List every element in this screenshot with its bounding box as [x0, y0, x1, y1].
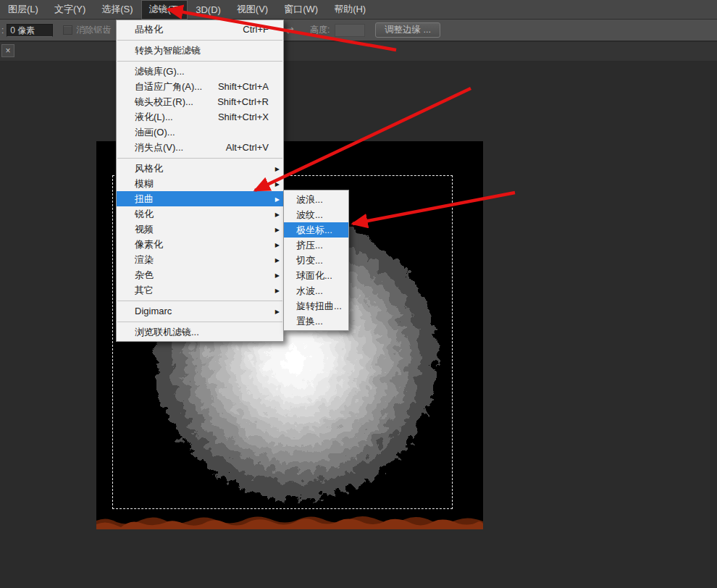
filter-menu-item-12[interactable]: 风格化▶ [117, 161, 283, 176]
filter-menu-item-17[interactable]: 像素化▶ [117, 237, 283, 252]
menu-item-shortcut: Shift+Ctrl+R [217, 96, 277, 107]
submenu-arrow-icon: ▶ [275, 287, 280, 293]
filter-menu-item-13[interactable]: 模糊▶ [117, 176, 283, 191]
menu-item-label: 浏览联机滤镜... [135, 326, 199, 339]
menu-item-label: 风格化 [135, 162, 163, 175]
menubar-item-7[interactable]: 窗口(W) [276, 0, 326, 20]
menu-item-label: 锐化 [135, 208, 154, 221]
feather-value-field[interactable]: 0 像素 [7, 24, 53, 37]
feather-label: : [1, 25, 4, 35]
submenu-arrow-icon: ▶ [275, 165, 280, 172]
menu-item-label: 杂色 [135, 269, 154, 282]
menu-item-label: 渲染 [135, 253, 154, 266]
filter-menu-item-5[interactable]: 滤镜库(G)... [117, 64, 283, 79]
menu-item-label: 置换... [296, 315, 323, 328]
height-label: 高度: [310, 24, 330, 36]
height-input[interactable] [335, 24, 365, 37]
menu-item-label: 转换为智能滤镜 [135, 44, 201, 57]
menubar: 图层(L)文字(Y)选择(S)滤镜(T)3D(D)视图(V)窗口(W)帮助(H) [0, 0, 717, 20]
filter-menu-item-15[interactable]: 锐化▶ [117, 206, 283, 222]
distort-submenu-item-6[interactable]: 球面化... [284, 268, 348, 283]
filter-menu: 晶格化Ctrl+F转换为智能滤镜滤镜库(G)...自适应广角(A)...Shif… [116, 20, 284, 342]
menubar-item-4[interactable]: 滤镜(T) [141, 0, 188, 20]
menu-separator [117, 37, 283, 43]
menu-item-label: 液化(L)... [135, 111, 173, 124]
menu-item-label: Digimarc [135, 306, 172, 316]
submenu-arrow-icon: ▶ [275, 180, 280, 187]
distort-submenu-item-9[interactable]: 置换... [284, 314, 348, 329]
filter-menu-item-10[interactable]: 消失点(V)...Alt+Ctrl+V [117, 140, 283, 155]
menu-item-shortcut: Shift+Ctrl+X [218, 112, 277, 122]
distort-submenu-item-8[interactable]: 旋转扭曲... [284, 298, 348, 314]
menu-separator [117, 155, 283, 161]
menu-item-label: 挤压... [296, 239, 323, 252]
menu-item-label: 波纹... [296, 209, 323, 222]
distort-submenu-item-4[interactable]: 挤压... [284, 238, 348, 253]
filter-menu-item-6[interactable]: 自适应广角(A)...Shift+Ctrl+A [117, 79, 283, 94]
filter-menu-item-18[interactable]: 渲染▶ [117, 252, 283, 267]
menu-item-label: 波浪... [296, 193, 323, 206]
submenu-arrow-icon: ▶ [275, 256, 280, 263]
menubar-item-1[interactable]: 图层(L) [0, 0, 46, 20]
menubar-item-3[interactable]: 选择(S) [93, 0, 141, 20]
document-tab-strip: × [0, 42, 717, 62]
menubar-item-8[interactable]: 帮助(H) [326, 0, 374, 20]
submenu-arrow-icon: ▶ [275, 272, 280, 278]
filter-menu-item-22[interactable]: Digimarc▶ [117, 303, 283, 319]
distort-submenu-item-1[interactable]: 波浪... [284, 192, 348, 207]
refine-edge-button[interactable]: 调整边缘 ... [375, 22, 440, 38]
menu-item-label: 镜头校正(R)... [135, 96, 193, 109]
menu-item-label: 视频 [135, 223, 154, 236]
submenu-arrow-icon: ▶ [275, 308, 280, 314]
filter-menu-item-9[interactable]: 油画(O)... [117, 125, 283, 140]
filter-menu-item-1[interactable]: 晶格化Ctrl+F [117, 22, 283, 37]
distort-submenu-item-3[interactable]: 极坐标... [284, 222, 348, 238]
options-bar: : 0 像素 消除锯齿 ⇄ 高度: 调整边缘 ... [0, 20, 717, 41]
menu-item-label: 旋转扭曲... [296, 300, 342, 313]
menubar-item-5[interactable]: 3D(D) [188, 0, 229, 20]
filter-menu-item-19[interactable]: 杂色▶ [117, 267, 283, 282]
filter-menu-item-14[interactable]: 扭曲▶ [117, 191, 283, 206]
menubar-item-6[interactable]: 视图(V) [229, 0, 276, 20]
menu-item-label: 球面化... [296, 269, 332, 282]
filter-menu-item-8[interactable]: 液化(L)...Shift+Ctrl+X [117, 109, 283, 125]
submenu-arrow-icon: ▶ [275, 196, 280, 202]
menu-item-label: 油画(O)... [135, 126, 175, 139]
menu-item-label: 水波... [296, 285, 323, 298]
submenu-arrow-icon: ▶ [275, 211, 280, 217]
antialias-label: 消除锯齿 [76, 24, 111, 36]
menu-item-shortcut: Shift+Ctrl+A [218, 81, 277, 92]
menu-item-label: 切变... [296, 254, 323, 267]
photoshop-window: 图层(L)文字(Y)选择(S)滤镜(T)3D(D)视图(V)窗口(W)帮助(H)… [0, 0, 717, 588]
filter-menu-item-16[interactable]: 视频▶ [117, 222, 283, 237]
swap-width-height-icon[interactable]: ⇄ [286, 25, 294, 35]
menu-item-label: 自适应广角(A)... [135, 80, 202, 93]
menu-item-label: 其它 [135, 284, 154, 297]
menu-separator [117, 298, 283, 303]
menu-item-label: 模糊 [135, 177, 154, 190]
submenu-arrow-icon: ▶ [275, 241, 280, 248]
filter-menu-item-3[interactable]: 转换为智能滤镜 [117, 43, 283, 58]
close-tab-icon[interactable]: × [1, 44, 14, 57]
filter-menu-item-7[interactable]: 镜头校正(R)...Shift+Ctrl+R [117, 94, 283, 109]
menu-item-label: 极坐标... [296, 224, 332, 237]
menu-item-shortcut: Alt+Ctrl+V [226, 142, 277, 153]
menu-item-label: 扭曲 [135, 193, 154, 206]
antialias-checkbox[interactable] [63, 25, 72, 35]
distort-submenu: 波浪...波纹...极坐标...挤压...切变...球面化...水波...旋转扭… [283, 190, 349, 331]
menu-separator [117, 319, 283, 324]
distort-submenu-item-5[interactable]: 切变... [284, 253, 348, 268]
distort-submenu-item-7[interactable]: 水波... [284, 283, 348, 298]
menu-item-label: 滤镜库(G)... [135, 65, 185, 78]
menu-separator [117, 58, 283, 64]
distort-submenu-item-2[interactable]: 波纹... [284, 207, 348, 222]
menu-item-label: 晶格化 [135, 23, 163, 36]
menu-item-label: 消失点(V)... [135, 141, 183, 154]
menu-item-shortcut: Ctrl+F [243, 24, 277, 35]
filter-menu-item-20[interactable]: 其它▶ [117, 282, 283, 298]
submenu-arrow-icon: ▶ [275, 226, 280, 232]
filter-menu-item-24[interactable]: 浏览联机滤镜... [117, 324, 283, 340]
menubar-item-2[interactable]: 文字(Y) [46, 0, 93, 20]
menu-item-label: 像素化 [135, 238, 163, 251]
